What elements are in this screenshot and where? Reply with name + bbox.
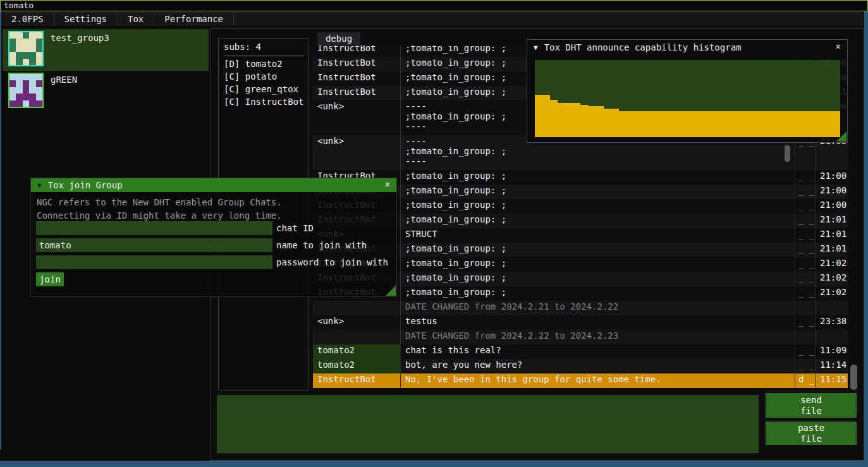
avatar-pixel — [16, 59, 22, 65]
histogram-bar — [688, 111, 695, 137]
histogram-bar — [817, 111, 825, 137]
collapse-triangle-icon[interactable]: ▼ — [37, 181, 42, 190]
avatar-pixel — [9, 45, 16, 52]
chat-id-field[interactable] — [36, 221, 272, 235]
message-cell-scrollbar-thumb[interactable] — [785, 145, 790, 162]
message-flags: _ _ — [795, 228, 816, 243]
message-timestamp: 11:15 — [816, 373, 848, 388]
member-item[interactable]: [C] green_qtox — [224, 83, 298, 95]
avatar-pixel — [36, 100, 42, 107]
message-sender: <unk> — [313, 100, 400, 135]
group-name-label: test_group3 — [51, 33, 109, 43]
message-input[interactable] — [217, 395, 759, 453]
histogram-window: ▼ Tox DHT announce capability histogram … — [527, 39, 848, 143]
histogram-plot — [535, 60, 840, 137]
resize-grip-icon[interactable] — [386, 286, 396, 296]
message-timestamp: 21:01 — [816, 214, 848, 228]
avatar-pixel — [36, 74, 42, 80]
date-separator-row: DATE CHANGED from 2024.2.22 to 2024.2.23 — [313, 330, 848, 344]
avatar-pixel — [9, 74, 16, 80]
avatar-pixel — [29, 39, 35, 45]
message-sender — [313, 330, 400, 344]
histogram-bar — [657, 111, 664, 137]
message-text: testus — [400, 315, 795, 330]
message-flags: _ _ — [795, 257, 816, 272]
message-timestamp: 21:01 — [816, 228, 848, 243]
window-frame-bottom — [0, 461, 868, 467]
histogram-bar — [749, 111, 756, 137]
avatar-pixel — [9, 39, 16, 45]
message-flags — [795, 301, 816, 315]
message-flags: _ _ — [795, 214, 816, 228]
join-button[interactable]: join — [36, 272, 64, 286]
message-timestamp: 11:14 — [816, 359, 848, 373]
histogram-bar — [596, 106, 604, 137]
fps-counter: 2.0FPS — [1, 12, 54, 26]
chat-id-label: chat ID — [276, 221, 314, 235]
histogram-bar — [627, 111, 634, 137]
menu-item-performance[interactable]: Performance — [154, 12, 234, 26]
paste-file-button[interactable]: paste file — [766, 422, 857, 445]
histogram-bar — [764, 111, 771, 137]
histogram-bar — [825, 111, 833, 137]
avatar-pixel — [36, 87, 42, 94]
password-field[interactable] — [36, 255, 272, 269]
join-window-title: Tox join Group — [48, 180, 123, 190]
avatar-pixel — [36, 45, 42, 52]
message-text: chat is this real? — [400, 344, 795, 359]
close-icon[interactable]: ✕ — [836, 41, 841, 51]
menu-item-settings[interactable]: Settings — [54, 12, 118, 26]
message-flags: d _ — [795, 373, 816, 388]
avatar-pixel — [29, 80, 35, 87]
join-window-titlebar[interactable]: ▼ Tox join Group ✕ — [31, 178, 396, 192]
message-sender: InstructBot — [313, 45, 400, 57]
message-timestamp — [816, 301, 848, 315]
member-item[interactable]: [C] potato — [224, 70, 277, 83]
histogram-bar — [718, 111, 726, 137]
member-item[interactable]: [C] InstructBot — [224, 95, 303, 108]
histogram-bar — [771, 111, 779, 137]
message-sender: <unk> — [313, 135, 400, 170]
chat-message-row: tomato2bot, are you new here?_ _11:14 — [313, 359, 848, 373]
join-group-window: ▼ Tox join Group ✕ NGC refers to the New… — [30, 178, 397, 297]
message-text: STRUCT — [400, 228, 795, 243]
avatar-pixel — [29, 100, 35, 107]
avatar-pixel — [9, 80, 16, 87]
message-flags: _ _ — [795, 359, 816, 373]
chat-scrollbar[interactable] — [850, 45, 858, 390]
collapse-triangle-icon[interactable]: ▼ — [534, 44, 538, 52]
paste-file-label-1: paste — [766, 423, 857, 434]
message-text: ;tomato_in_group: ; — [400, 214, 795, 228]
group-item-gREEN[interactable]: gREEN — [3, 71, 209, 106]
send-file-label-2: file — [766, 406, 857, 416]
group-item-test_group3[interactable]: test_group3 — [3, 29, 209, 71]
chat-scrollbar-thumb[interactable] — [850, 365, 857, 390]
message-timestamp: 21:02 — [816, 257, 848, 272]
histogram-bar — [810, 111, 817, 137]
menu-item-tox[interactable]: Tox — [118, 12, 154, 26]
message-sender: InstructBot — [313, 71, 400, 86]
subs-count-label: subs: 4 — [224, 42, 261, 52]
histogram-window-titlebar[interactable]: ▼ Tox DHT announce capability histogram … — [527, 40, 847, 55]
send-file-label-1: send — [766, 395, 857, 406]
name-field[interactable]: tomato — [36, 238, 272, 252]
message-text: DATE CHANGED from 2024.2.21 to 2024.2.22 — [400, 301, 795, 315]
avatar-pixel — [29, 74, 35, 80]
tab-debug[interactable]: debug — [317, 32, 360, 45]
window-title-bar[interactable]: tomato — [0, 0, 868, 11]
message-text: DATE CHANGED from 2024.2.22 to 2024.2.23 — [400, 330, 795, 344]
chat-message-row: tomato2chat is this real?_ _11:09 — [313, 344, 848, 359]
histogram-bar — [733, 111, 741, 137]
avatar-pixel — [16, 80, 22, 87]
group-name-label: gREEN — [51, 75, 77, 85]
member-item[interactable]: [D] tomato2 — [224, 58, 283, 70]
avatar-pixel — [36, 52, 42, 58]
histogram-bar — [711, 111, 718, 137]
send-file-button[interactable]: send file — [766, 393, 857, 418]
avatar-pixel — [23, 52, 29, 58]
paste-file-label-2: file — [766, 434, 857, 444]
message-sender: <unk> — [313, 315, 400, 330]
close-icon[interactable]: ✕ — [385, 179, 390, 189]
avatar-pixel — [36, 59, 42, 65]
resize-grip-icon[interactable] — [836, 131, 847, 142]
